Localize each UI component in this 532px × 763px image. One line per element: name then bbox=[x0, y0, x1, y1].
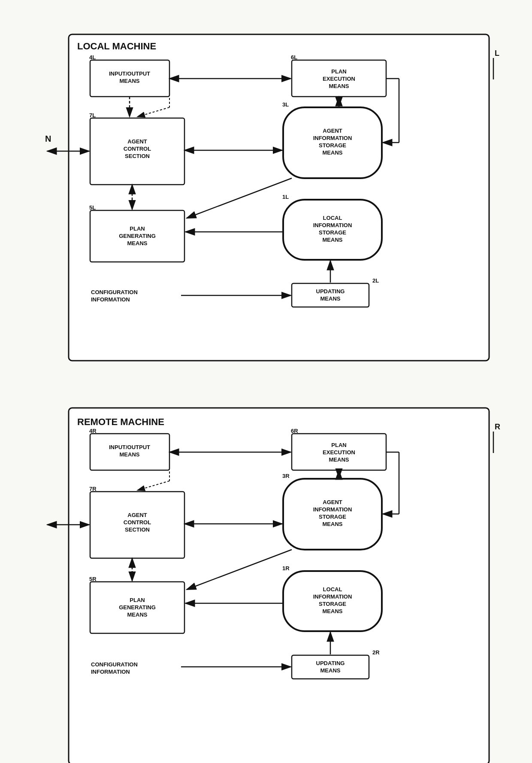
agent-info-label-R4: MEANS bbox=[323, 521, 343, 527]
config-label-L2: INFORMATION bbox=[91, 296, 130, 303]
ref-2L: 2L bbox=[372, 277, 379, 284]
svg-text:MEANS: MEANS bbox=[120, 78, 140, 84]
main-diagram-svg: LOCAL MACHINE L N INPUT/OUTPUT MEANS 4L … bbox=[26, 21, 532, 763]
plan-exec-label-R1: PLAN bbox=[331, 442, 346, 448]
plan-gen-label-L1: PLAN bbox=[130, 225, 145, 232]
label-R: R bbox=[495, 423, 500, 431]
io-label-R1: INPUT/OUTPUT bbox=[109, 444, 150, 450]
local-info-label-R3: STORAGE bbox=[319, 601, 346, 607]
agent-info-label-R1: AGENT bbox=[323, 499, 342, 505]
agent-ctrl-label-L1: AGENT bbox=[127, 138, 147, 145]
ref-5R: 5R bbox=[89, 576, 97, 582]
agent-info-label-L2: INFORMATION bbox=[313, 135, 352, 141]
local-info-label-R1: LOCAL bbox=[323, 586, 342, 593]
updating-label-L1: UPDATING bbox=[316, 288, 345, 295]
config-label-R2: INFORMATION bbox=[91, 669, 130, 675]
agent-info-label-L4: MEANS bbox=[323, 149, 343, 156]
config-label-R1: CONFIGURATION bbox=[91, 661, 138, 668]
io-label-R2: MEANS bbox=[120, 451, 140, 458]
agent-info-label-L3: STORAGE bbox=[319, 142, 346, 149]
local-info-label-L3: STORAGE bbox=[319, 229, 346, 236]
main-svg-wrapper: LOCAL MACHINE L N INPUT/OUTPUT MEANS 4L … bbox=[26, 13, 532, 763]
ref-1R: 1R bbox=[282, 565, 290, 571]
ref-3L: 3L bbox=[282, 101, 289, 108]
plan-exec-label-R2: EXECUTION bbox=[323, 449, 355, 456]
plan-gen-label-L2: GENERATING bbox=[119, 233, 156, 239]
plan-gen-label-R1: PLAN bbox=[130, 597, 145, 603]
ref-7R: 7R bbox=[89, 486, 97, 492]
updating-label-L2: MEANS bbox=[320, 295, 341, 302]
ref-1L: 1L bbox=[282, 194, 289, 200]
config-label-L1: CONFIGURATION bbox=[91, 289, 138, 295]
local-info-label-R4: MEANS bbox=[323, 608, 343, 614]
agent-ctrl-label-L2: CONTROL bbox=[124, 146, 151, 152]
ref-7L: 7L bbox=[89, 112, 96, 119]
remote-machine-title: REMOTE MACHINE bbox=[77, 416, 164, 427]
agent-ctrl-label-R1: AGENT bbox=[127, 512, 147, 518]
ref-4R: 4R bbox=[89, 428, 97, 434]
label-L: L bbox=[495, 49, 499, 58]
ref-2R: 2R bbox=[372, 649, 380, 656]
agent-info-label-R3: STORAGE bbox=[319, 514, 346, 520]
agent-info-label-R2: INFORMATION bbox=[313, 506, 352, 513]
plan-exec-label-R3: MEANS bbox=[329, 456, 349, 463]
io-label-L: INPUT/OUTPUT bbox=[109, 70, 150, 77]
local-info-label-R2: INFORMATION bbox=[313, 593, 352, 600]
plan-gen-label-R2: GENERATING bbox=[119, 604, 156, 611]
ref-4L: 4L bbox=[89, 54, 96, 61]
agent-ctrl-label-L3: SECTION bbox=[125, 153, 150, 159]
plan-gen-label-L3: MEANS bbox=[127, 240, 148, 246]
svg-text:MEANS: MEANS bbox=[329, 83, 349, 89]
ref-6L: 6L bbox=[291, 54, 297, 61]
svg-text:EXECUTION: EXECUTION bbox=[323, 76, 355, 82]
plan-gen-label-R3: MEANS bbox=[127, 611, 148, 618]
agent-info-label-L1: AGENT bbox=[323, 128, 342, 134]
local-info-label-L4: MEANS bbox=[323, 237, 343, 243]
agent-ctrl-label-R3: SECTION bbox=[125, 526, 150, 533]
plan-exec-label-L: PLAN bbox=[331, 68, 346, 75]
updating-label-R1: UPDATING bbox=[316, 660, 345, 666]
ref-3R: 3R bbox=[282, 473, 290, 479]
updating-label-R2: MEANS bbox=[320, 667, 341, 674]
local-machine-title: LOCAL MACHINE bbox=[77, 41, 156, 52]
ref-6R: 6R bbox=[291, 428, 298, 434]
agent-ctrl-label-R2: CONTROL bbox=[124, 519, 151, 526]
label-N: N bbox=[45, 134, 51, 143]
local-info-label-L1: LOCAL bbox=[323, 215, 342, 221]
local-info-label-L2: INFORMATION bbox=[313, 222, 352, 228]
ref-5L: 5L bbox=[89, 204, 96, 211]
